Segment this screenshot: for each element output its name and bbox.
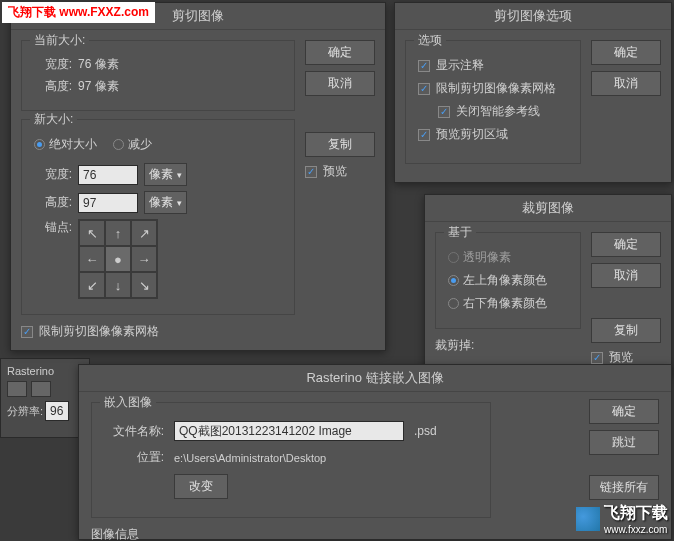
based-on-group: 基于 透明像素 左上角像素颜色 右下角像素颜色: [435, 232, 581, 329]
copy-button[interactable]: 复制: [591, 318, 661, 343]
embed-group: 嵌入图像 文件名称:.psd 位置:e:\Users\Administrator…: [91, 402, 491, 518]
close-guides-checkbox[interactable]: 关闭智能参考线: [438, 103, 568, 120]
radio-dot-icon: [448, 275, 459, 286]
width-unit-select[interactable]: 像素: [144, 163, 187, 186]
dialog-crop-options: 剪切图像选项 选项 显示注释 限制剪切图像像素网格 关闭智能参考线 预览剪切区域…: [394, 2, 672, 183]
ok-button[interactable]: 确定: [305, 40, 375, 65]
dialog-title: Rasterino 链接嵌入图像: [79, 365, 671, 392]
height-label: 高度:: [34, 78, 72, 95]
show-annotation-checkbox[interactable]: 显示注释: [418, 57, 568, 74]
checkbox-icon: [21, 326, 33, 338]
checkbox-icon: [418, 60, 430, 72]
change-button[interactable]: 改变: [174, 474, 228, 499]
new-size-group: 新大小: 绝对大小 减少 宽度:像素 高度:像素 锚点: ↖↑↗ ←●→ ↙↓↘: [21, 119, 295, 315]
options-group: 选项 显示注释 限制剪切图像像素网格 关闭智能参考线 预览剪切区域: [405, 40, 581, 164]
limit-grid-checkbox[interactable]: 限制剪切图像像素网格: [21, 323, 295, 340]
checkbox-icon: [418, 129, 430, 141]
current-size-group: 当前大小: 宽度:76 像素 高度:97 像素: [21, 40, 295, 111]
anchor-ne[interactable]: ↗: [131, 220, 157, 246]
checkbox-icon: [418, 83, 430, 95]
group-title: 选项: [414, 32, 446, 49]
image-info-label: 图像信息: [91, 526, 659, 541]
cancel-button[interactable]: 取消: [591, 71, 661, 96]
preview-checkbox[interactable]: 预览: [305, 163, 375, 180]
location-label: 位置:: [104, 449, 164, 466]
radio-dot-icon: [113, 139, 124, 150]
radio-dot-icon: [34, 139, 45, 150]
link-all-button[interactable]: 链接所有: [589, 475, 659, 500]
width-value: 76 像素: [78, 56, 119, 73]
height-unit-select[interactable]: 像素: [144, 191, 187, 214]
ok-button[interactable]: 确定: [591, 232, 661, 257]
skip-button[interactable]: 跳过: [589, 430, 659, 455]
group-title: 基于: [444, 224, 476, 241]
anchor-sw[interactable]: ↙: [79, 272, 105, 298]
crop-label: 裁剪掉:: [435, 337, 474, 354]
checkbox-icon: [438, 106, 450, 118]
filename-label: 文件名称:: [104, 423, 164, 440]
preview-area-checkbox[interactable]: 预览剪切区域: [418, 126, 568, 143]
checkbox-icon: [305, 166, 317, 178]
anchor-c[interactable]: ●: [105, 246, 131, 272]
height-input[interactable]: [78, 193, 138, 213]
anchor-s[interactable]: ↓: [105, 272, 131, 298]
radio-bottomright[interactable]: 右下角像素颜色: [448, 295, 568, 312]
panel-icon-embed[interactable]: [31, 381, 51, 397]
dialog-crop-image: 剪切图像 当前大小: 宽度:76 像素 高度:97 像素 新大小: 绝对大小 减…: [10, 2, 386, 351]
dialog-title: 裁剪图像: [425, 195, 671, 222]
radio-dot-icon: [448, 252, 459, 263]
panel-title: Rasterino: [7, 365, 83, 377]
rasterino-panel: Rasterino 分辨率:: [0, 358, 90, 438]
resolution-input[interactable]: [45, 401, 69, 421]
file-ext: .psd: [414, 424, 437, 438]
height-value: 97 像素: [78, 78, 119, 95]
watermark-top: 飞翔下载 www.FXXZ.com: [2, 2, 155, 23]
anchor-label: 锚点:: [34, 219, 72, 236]
panel-icon-link[interactable]: [7, 381, 27, 397]
cancel-button[interactable]: 取消: [305, 71, 375, 96]
resolution-label: 分辨率:: [7, 404, 43, 419]
anchor-n[interactable]: ↑: [105, 220, 131, 246]
radio-decrease[interactable]: 减少: [113, 136, 152, 153]
filename-input[interactable]: [174, 421, 404, 441]
anchor-se[interactable]: ↘: [131, 272, 157, 298]
dialog-trim-image: 裁剪图像 基于 透明像素 左上角像素颜色 右下角像素颜色 裁剪掉: 确定 取消 …: [424, 194, 672, 377]
wing-icon: [576, 507, 600, 531]
anchor-e[interactable]: →: [131, 246, 157, 272]
copy-button[interactable]: 复制: [305, 132, 375, 157]
width-label: 宽度:: [34, 56, 72, 73]
radio-dot-icon: [448, 298, 459, 309]
cancel-button[interactable]: 取消: [591, 263, 661, 288]
radio-topleft[interactable]: 左上角像素颜色: [448, 272, 568, 289]
ok-button[interactable]: 确定: [591, 40, 661, 65]
radio-absolute[interactable]: 绝对大小: [34, 136, 97, 153]
width-label: 宽度:: [34, 166, 72, 183]
limit-grid-checkbox[interactable]: 限制剪切图像像素网格: [418, 80, 568, 97]
height-label: 高度:: [34, 194, 72, 211]
radio-transparent[interactable]: 透明像素: [448, 249, 568, 266]
ok-button[interactable]: 确定: [589, 399, 659, 424]
group-title: 新大小:: [30, 111, 77, 128]
location-value: e:\Users\Administrator\Desktop: [174, 452, 326, 464]
anchor-nw[interactable]: ↖: [79, 220, 105, 246]
anchor-w[interactable]: ←: [79, 246, 105, 272]
width-input[interactable]: [78, 165, 138, 185]
dialog-title: 剪切图像选项: [395, 3, 671, 30]
group-title: 嵌入图像: [100, 394, 156, 411]
checkbox-icon: [591, 352, 603, 364]
watermark-bottom: 飞翔下载 www.fxxz.com: [576, 503, 668, 535]
group-title: 当前大小:: [30, 32, 89, 49]
anchor-grid: ↖↑↗ ←●→ ↙↓↘: [78, 219, 158, 299]
